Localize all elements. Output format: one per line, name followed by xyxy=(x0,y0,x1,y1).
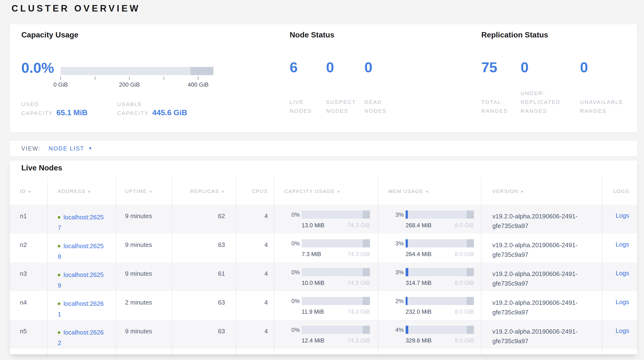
version-cell: v19.2.0-alpha.20190606-2491-gfe735c9a97 xyxy=(481,320,602,349)
stat-value: 0 xyxy=(520,60,580,75)
chevron-down-icon[interactable]: ▼ xyxy=(88,146,92,151)
axis-tick xyxy=(95,77,95,80)
logs-link[interactable]: Logs xyxy=(616,327,629,334)
address-link[interactable]: localhost:26261 xyxy=(58,298,106,319)
logs-cell: Logs xyxy=(602,320,637,349)
live-nodes-card: Live Nodes ID▼ ADDRESS▼ UPTIME▼ REPLICAS… xyxy=(10,160,637,354)
address-link[interactable]: localhost:26259 xyxy=(58,270,106,291)
mem-total-value: 8.0 GiB xyxy=(455,280,474,286)
capacity-bar-track xyxy=(60,67,214,75)
capacity-meter xyxy=(302,211,370,219)
logs-link[interactable]: Logs xyxy=(616,241,629,248)
uptime-cell: 2 minutes xyxy=(116,291,172,320)
mem-used-value: 268.4 MiB xyxy=(406,222,432,229)
mem-usage-cell: 2% 232.0 MiB 8.0 GiB xyxy=(378,291,481,320)
used-capacity-stat: USEDCAPACITY 65.1 MiB xyxy=(21,100,88,118)
mem-meter-dark-segment xyxy=(467,326,474,334)
node-id-cell: n5 xyxy=(10,320,48,349)
node-status-stats: 6 LIVENODES 0 SUSPECTNODES 0 DEADNODES xyxy=(290,60,417,115)
stat-value: 75 xyxy=(481,60,520,75)
node-live-status-icon xyxy=(58,302,60,305)
capacity-bar-dark-segment xyxy=(190,67,214,75)
stat-value: 6 xyxy=(290,60,326,75)
sort-icon: ▼ xyxy=(88,190,92,194)
live-nodes-title: Live Nodes xyxy=(21,163,62,172)
mem-percent-label: 3% xyxy=(388,268,404,276)
mem-used-value: 314.7 MiB xyxy=(406,280,432,286)
logs-link[interactable]: Logs xyxy=(616,270,629,277)
capacity-axis: 0 GiB200 GiB400 GiB xyxy=(60,75,214,94)
column-header-version[interactable]: VERSION▼ xyxy=(481,178,602,205)
mem-meter-fill xyxy=(406,268,408,276)
capacity-meter xyxy=(302,297,370,305)
table-row: n4 localhost:26261 2 minutes 63 4 0% 11.… xyxy=(10,291,637,320)
capacity-meter-dark-segment xyxy=(363,211,370,219)
address-link[interactable]: localhost:26258 xyxy=(58,241,106,262)
capacity-used-value: 11.9 MiB xyxy=(302,308,324,315)
address-cell: localhost:26257 xyxy=(48,205,116,234)
mem-usage-cell: 4% 329.6 MiB 8.0 GiB xyxy=(378,320,481,349)
column-header-replicas[interactable]: REPLICAS▼ xyxy=(172,178,236,205)
capacity-meter xyxy=(302,239,370,247)
node-live-status-icon xyxy=(58,331,60,334)
mem-meter-dark-segment xyxy=(467,211,474,219)
replicas-cell: 61 xyxy=(172,262,236,291)
uptime-cell: 9 minutes xyxy=(116,234,172,262)
axis-tick xyxy=(164,77,164,80)
capacity-total-value: 74.3 GiB xyxy=(348,337,370,344)
stat-label: DEADNODES xyxy=(364,98,417,115)
view-selected-value[interactable]: NODE LIST xyxy=(49,145,84,152)
logs-link[interactable]: Logs xyxy=(616,212,629,219)
column-label: LOGS xyxy=(613,189,629,194)
uptime-cell: 9 minutes xyxy=(116,320,172,349)
stat-value: 0 xyxy=(364,60,417,75)
capacity-bar: 0 GiB200 GiB400 GiB xyxy=(60,67,214,94)
capacity-total-value: 74.3 GiB xyxy=(348,280,370,286)
cpus-cell: 4 xyxy=(236,205,274,234)
table-row: n3 localhost:26259 9 minutes 61 4 0% 10.… xyxy=(10,262,637,291)
mem-total-value: 8.0 GiB xyxy=(455,337,474,344)
column-header-mem-usage[interactable]: MEM USAGE▼ xyxy=(378,178,481,205)
node-id-cell: n3 xyxy=(10,262,48,291)
column-label: REPLICAS xyxy=(190,189,219,194)
mem-total-value: 8.0 GiB xyxy=(455,251,474,258)
node-status-title: Node Status xyxy=(290,31,334,39)
view-selector-dropdown[interactable]: NODE LIST ▼ xyxy=(49,145,92,152)
mem-meter-fill xyxy=(406,326,408,334)
address-link[interactable]: localhost:26257 xyxy=(58,212,106,233)
mem-percent-label: 3% xyxy=(388,239,404,247)
column-header-logs: LOGS xyxy=(602,178,637,205)
address-cell: localhost:26259 xyxy=(48,262,116,291)
logs-link[interactable]: Logs xyxy=(616,298,629,305)
column-header-capacity-usage[interactable]: CAPACITY USAGE▼ xyxy=(274,178,378,205)
mem-meter-dark-segment xyxy=(467,297,474,305)
stat-label: UNAVAILABLERANGES xyxy=(580,98,642,115)
nodes-table: ID▼ ADDRESS▼ UPTIME▼ REPLICAS▼ CPUS CAPA… xyxy=(10,178,637,354)
mem-meter xyxy=(406,211,474,219)
stat-label: SUSPECTNODES xyxy=(326,98,364,115)
capacity-percent-label: 0% xyxy=(284,326,300,334)
unavailable-ranges-stat: 0 UNAVAILABLERANGES xyxy=(580,60,642,115)
column-header-id[interactable]: ID▼ xyxy=(10,178,48,205)
address-link[interactable]: localhost:26262 xyxy=(58,327,106,348)
capacity-percent-label: 0% xyxy=(284,268,300,276)
mem-meter xyxy=(406,326,474,334)
cpus-cell: 4 xyxy=(236,320,274,349)
node-live-status-icon xyxy=(58,216,60,219)
column-label: UPTIME xyxy=(125,189,147,194)
mem-meter xyxy=(406,268,474,276)
sort-icon: ▼ xyxy=(336,190,341,194)
replicas-cell: 63 xyxy=(172,234,236,262)
axis-tick xyxy=(129,77,130,80)
column-header-uptime[interactable]: UPTIME▼ xyxy=(116,178,172,205)
mem-meter-fill xyxy=(406,211,408,219)
capacity-used-value: 7.3 MiB xyxy=(302,251,321,258)
capacity-meter-dark-segment xyxy=(363,297,370,305)
table-row: n2 localhost:26258 9 minutes 63 4 0% 7.3… xyxy=(10,234,637,262)
column-header-address[interactable]: ADDRESS▼ xyxy=(48,178,116,205)
capacity-total-value: 74.3 GiB xyxy=(348,251,370,258)
stat-value: 0 xyxy=(580,60,642,75)
cpus-cell: 4 xyxy=(236,291,274,320)
column-label: CAPACITY USAGE xyxy=(284,189,335,194)
mem-meter-fill xyxy=(406,239,408,247)
